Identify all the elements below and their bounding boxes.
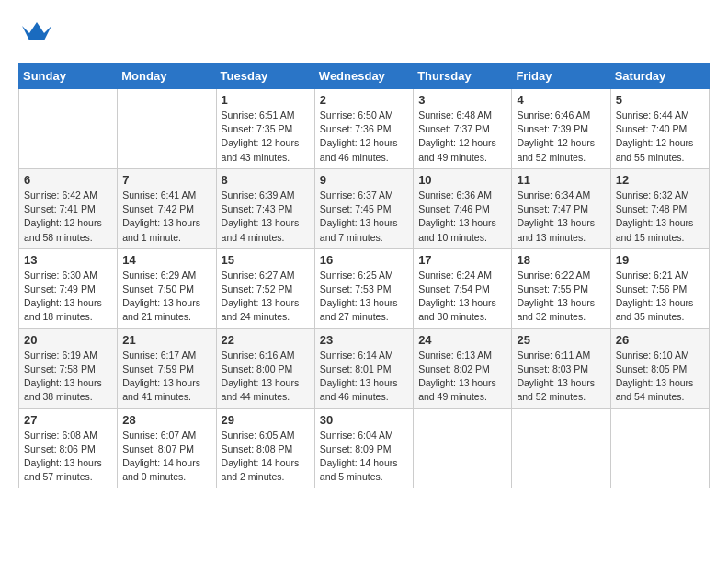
day-number: 25 [517, 333, 605, 347]
day-info: Sunrise: 6:25 AMSunset: 7:53 PMDaylight:… [320, 269, 408, 325]
day-header: Sunday [19, 63, 118, 89]
calendar-week-row: 20Sunrise: 6:19 AMSunset: 7:58 PMDayligh… [19, 328, 710, 408]
calendar-cell: 12Sunrise: 6:32 AMSunset: 7:48 PMDayligh… [610, 168, 709, 248]
calendar-week-row: 1Sunrise: 6:51 AMSunset: 7:35 PMDaylight… [19, 89, 710, 169]
calendar-cell: 30Sunrise: 6:04 AMSunset: 8:09 PMDayligh… [314, 408, 413, 488]
calendar-week-row: 27Sunrise: 6:08 AMSunset: 8:06 PMDayligh… [19, 408, 710, 488]
day-number: 1 [222, 93, 310, 107]
calendar-cell: 4Sunrise: 6:46 AMSunset: 7:39 PMDaylight… [512, 89, 610, 169]
calendar-cell: 25Sunrise: 6:11 AMSunset: 8:03 PMDayligh… [512, 328, 610, 408]
calendar-cell: 19Sunrise: 6:21 AMSunset: 7:56 PMDayligh… [610, 248, 709, 328]
day-number: 24 [418, 333, 506, 347]
day-info: Sunrise: 6:16 AMSunset: 8:00 PMDaylight:… [222, 349, 310, 405]
day-info: Sunrise: 6:37 AMSunset: 7:45 PMDaylight:… [320, 189, 408, 245]
day-number: 15 [222, 253, 310, 267]
calendar-cell: 9Sunrise: 6:37 AMSunset: 7:45 PMDaylight… [314, 168, 413, 248]
day-info: Sunrise: 6:08 AMSunset: 8:06 PMDaylight:… [24, 429, 112, 485]
calendar-cell: 15Sunrise: 6:27 AMSunset: 7:52 PMDayligh… [216, 248, 314, 328]
day-number: 30 [320, 413, 408, 427]
calendar-cell [512, 408, 610, 488]
calendar-cell: 22Sunrise: 6:16 AMSunset: 8:00 PMDayligh… [216, 328, 314, 408]
day-number: 9 [320, 173, 408, 187]
day-number: 18 [517, 253, 605, 267]
day-info: Sunrise: 6:11 AMSunset: 8:03 PMDaylight:… [517, 349, 605, 405]
calendar-cell: 26Sunrise: 6:10 AMSunset: 8:05 PMDayligh… [610, 328, 709, 408]
calendar-cell: 8Sunrise: 6:39 AMSunset: 7:43 PMDaylight… [216, 168, 314, 248]
day-info: Sunrise: 6:34 AMSunset: 7:47 PMDaylight:… [517, 189, 605, 245]
calendar-week-row: 6Sunrise: 6:42 AMSunset: 7:41 PMDaylight… [19, 168, 710, 248]
day-number: 7 [122, 173, 210, 187]
calendar-cell: 23Sunrise: 6:14 AMSunset: 8:01 PMDayligh… [314, 328, 413, 408]
day-number: 20 [24, 333, 112, 347]
page-header [18, 18, 710, 48]
svg-marker-0 [22, 22, 51, 40]
day-header: Thursday [414, 63, 512, 89]
day-info: Sunrise: 6:46 AMSunset: 7:39 PMDaylight:… [517, 109, 605, 165]
calendar-cell: 6Sunrise: 6:42 AMSunset: 7:41 PMDaylight… [19, 168, 118, 248]
day-number: 4 [517, 93, 605, 107]
calendar-cell: 3Sunrise: 6:48 AMSunset: 7:37 PMDaylight… [414, 89, 512, 169]
calendar-cell: 11Sunrise: 6:34 AMSunset: 7:47 PMDayligh… [512, 168, 610, 248]
calendar-cell [118, 89, 216, 169]
calendar-cell: 5Sunrise: 6:44 AMSunset: 7:40 PMDaylight… [610, 89, 709, 169]
day-info: Sunrise: 6:41 AMSunset: 7:42 PMDaylight:… [122, 189, 210, 245]
calendar-cell [610, 408, 709, 488]
day-number: 13 [24, 253, 112, 267]
day-info: Sunrise: 6:10 AMSunset: 8:05 PMDaylight:… [616, 349, 704, 405]
day-number: 27 [24, 413, 112, 427]
day-info: Sunrise: 6:07 AMSunset: 8:07 PMDaylight:… [122, 429, 210, 485]
calendar-cell: 17Sunrise: 6:24 AMSunset: 7:54 PMDayligh… [414, 248, 512, 328]
calendar-cell: 28Sunrise: 6:07 AMSunset: 8:07 PMDayligh… [118, 408, 216, 488]
day-info: Sunrise: 6:39 AMSunset: 7:43 PMDaylight:… [222, 189, 310, 245]
day-number: 17 [418, 253, 506, 267]
day-number: 28 [122, 413, 210, 427]
day-header: Monday [118, 63, 216, 89]
calendar-cell: 27Sunrise: 6:08 AMSunset: 8:06 PMDayligh… [19, 408, 118, 488]
calendar-cell: 13Sunrise: 6:30 AMSunset: 7:49 PMDayligh… [19, 248, 118, 328]
calendar-header-row: SundayMondayTuesdayWednesdayThursdayFrid… [19, 63, 710, 89]
day-number: 3 [418, 93, 506, 107]
day-number: 22 [222, 333, 310, 347]
day-number: 2 [320, 93, 408, 107]
day-number: 16 [320, 253, 408, 267]
calendar-cell: 21Sunrise: 6:17 AMSunset: 7:59 PMDayligh… [118, 328, 216, 408]
logo [18, 18, 51, 48]
calendar-cell [414, 408, 512, 488]
day-number: 14 [122, 253, 210, 267]
day-header: Tuesday [216, 63, 314, 89]
day-header: Wednesday [314, 63, 413, 89]
calendar-cell: 29Sunrise: 6:05 AMSunset: 8:08 PMDayligh… [216, 408, 314, 488]
day-info: Sunrise: 6:13 AMSunset: 8:02 PMDaylight:… [418, 349, 506, 405]
calendar-cell: 16Sunrise: 6:25 AMSunset: 7:53 PMDayligh… [314, 248, 413, 328]
day-info: Sunrise: 6:44 AMSunset: 7:40 PMDaylight:… [616, 109, 704, 165]
day-header: Saturday [610, 63, 709, 89]
calendar-table: SundayMondayTuesdayWednesdayThursdayFrid… [18, 63, 710, 488]
calendar-cell: 2Sunrise: 6:50 AMSunset: 7:36 PMDaylight… [314, 89, 413, 169]
day-info: Sunrise: 6:14 AMSunset: 8:01 PMDaylight:… [320, 349, 408, 405]
day-number: 23 [320, 333, 408, 347]
day-info: Sunrise: 6:21 AMSunset: 7:56 PMDaylight:… [616, 269, 704, 325]
calendar-cell: 24Sunrise: 6:13 AMSunset: 8:02 PMDayligh… [414, 328, 512, 408]
logo-icon [22, 18, 51, 48]
day-info: Sunrise: 6:29 AMSunset: 7:50 PMDaylight:… [122, 269, 210, 325]
calendar-cell [19, 89, 118, 169]
day-info: Sunrise: 6:48 AMSunset: 7:37 PMDaylight:… [418, 109, 506, 165]
calendar-cell: 10Sunrise: 6:36 AMSunset: 7:46 PMDayligh… [414, 168, 512, 248]
day-info: Sunrise: 6:27 AMSunset: 7:52 PMDaylight:… [222, 269, 310, 325]
day-info: Sunrise: 6:51 AMSunset: 7:35 PMDaylight:… [222, 109, 310, 165]
calendar-cell: 1Sunrise: 6:51 AMSunset: 7:35 PMDaylight… [216, 89, 314, 169]
day-info: Sunrise: 6:22 AMSunset: 7:55 PMDaylight:… [517, 269, 605, 325]
day-info: Sunrise: 6:36 AMSunset: 7:46 PMDaylight:… [418, 189, 506, 245]
day-info: Sunrise: 6:50 AMSunset: 7:36 PMDaylight:… [320, 109, 408, 165]
day-number: 10 [418, 173, 506, 187]
day-info: Sunrise: 6:24 AMSunset: 7:54 PMDaylight:… [418, 269, 506, 325]
day-number: 12 [616, 173, 704, 187]
calendar-week-row: 13Sunrise: 6:30 AMSunset: 7:49 PMDayligh… [19, 248, 710, 328]
day-info: Sunrise: 6:30 AMSunset: 7:49 PMDaylight:… [24, 269, 112, 325]
day-info: Sunrise: 6:17 AMSunset: 7:59 PMDaylight:… [122, 349, 210, 405]
day-number: 11 [517, 173, 605, 187]
calendar-cell: 20Sunrise: 6:19 AMSunset: 7:58 PMDayligh… [19, 328, 118, 408]
day-number: 8 [222, 173, 310, 187]
day-number: 19 [616, 253, 704, 267]
calendar-cell: 18Sunrise: 6:22 AMSunset: 7:55 PMDayligh… [512, 248, 610, 328]
